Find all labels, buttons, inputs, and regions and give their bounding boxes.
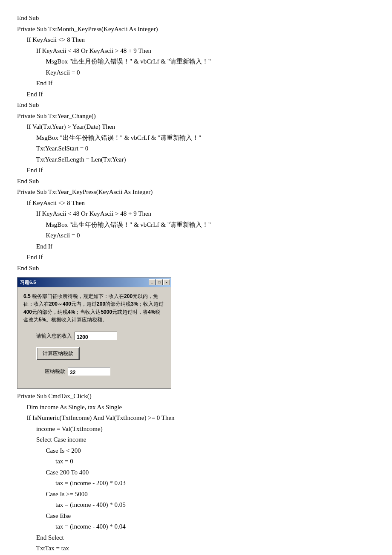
dialog-window: 习题6.5 _ □ × 6.5 税务部门征收所得税，规定如下：收入在200元以内… [17, 277, 171, 389]
maximize-icon[interactable]: □ [156, 279, 163, 285]
window-buttons: _ □ × [149, 279, 170, 285]
problem-description: 6.5 税务部门征收所得税，规定如下：收入在200元以内，免征；收入在200～4… [23, 292, 165, 324]
code-block-1: End Sub Private Sub TxtMonth_KeyPress(Ke… [17, 13, 375, 274]
dialog-title: 习题6.5 [20, 278, 36, 286]
tax-label: 应纳税款 [45, 367, 65, 376]
tax-row: 应纳税款 32 [45, 367, 165, 376]
tax-output: 32 [68, 367, 110, 376]
minimize-icon[interactable]: _ [149, 279, 156, 285]
dialog-body: 6.5 税务部门征收所得税，规定如下：收入在200元以内，免征；收入在200～4… [17, 287, 171, 389]
income-row: 请输入您的收入 1200 [36, 332, 165, 340]
close-icon[interactable]: × [163, 279, 170, 285]
income-label: 请输入您的收入 [36, 332, 72, 340]
calculate-button[interactable]: 计算应纳税款 [36, 347, 80, 360]
income-input[interactable]: 1200 [75, 332, 117, 340]
titlebar: 习题6.5 _ □ × [17, 278, 171, 287]
code-block-2: Private Sub CmdTax_Click() Dim income As… [17, 391, 375, 555]
desc-bold: 6.5 [23, 293, 31, 299]
